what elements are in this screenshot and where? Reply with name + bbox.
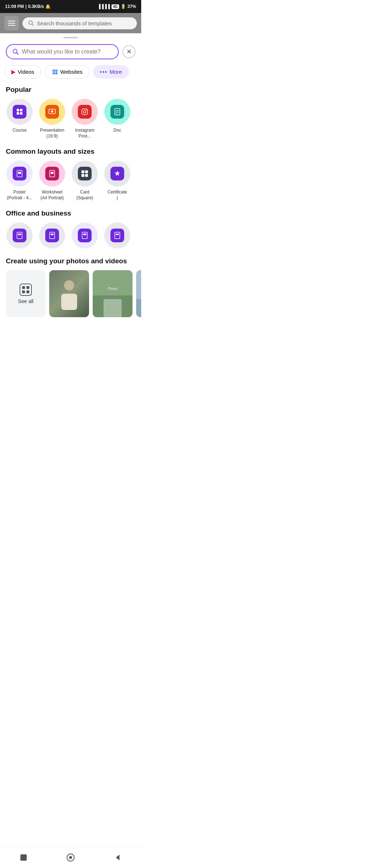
office-title: Office and business <box>0 209 141 222</box>
photo-placeholder-1 <box>58 277 80 310</box>
common-layouts-title: Common layouts and sizes <box>0 148 141 161</box>
layout-card[interactable]: Card (Square) <box>71 161 98 201</box>
svg-rect-14 <box>17 112 19 115</box>
status-time: 11:09 PM | 0.3KB/s 🔔 <box>5 4 51 9</box>
menu-button[interactable] <box>4 16 19 30</box>
create-search-input[interactable] <box>22 48 112 55</box>
svg-point-5 <box>13 49 17 53</box>
photo-placeholder-2: Photo <box>93 270 133 317</box>
office-item-1[interactable] <box>6 222 33 248</box>
search-input-wrap[interactable] <box>6 44 119 59</box>
office-item-2[interactable] <box>38 222 66 248</box>
svg-rect-10 <box>53 72 55 74</box>
close-button[interactable]: ✕ <box>122 45 135 58</box>
svg-point-20 <box>86 110 87 110</box>
header-search-bar[interactable]: Search thousands of templates <box>22 17 137 29</box>
svg-rect-21 <box>115 109 120 115</box>
video-icon: ▶ <box>11 68 16 75</box>
popular-title: Popular <box>0 86 141 99</box>
svg-rect-11 <box>55 72 57 74</box>
svg-point-47 <box>64 280 74 290</box>
photo-1[interactable] <box>49 270 89 317</box>
photo-2[interactable]: Photo <box>93 270 133 317</box>
svg-rect-42 <box>20 284 31 295</box>
popular-instagram[interactable]: Instagram Post... <box>71 99 98 139</box>
filter-row: ▶ Videos Websites ••• More <box>0 65 141 86</box>
svg-rect-40 <box>115 232 120 239</box>
svg-rect-37 <box>51 234 54 235</box>
svg-rect-31 <box>81 174 84 177</box>
svg-rect-9 <box>55 70 57 72</box>
svg-point-19 <box>84 111 86 113</box>
svg-rect-45 <box>22 290 25 293</box>
svg-rect-30 <box>85 170 88 173</box>
svg-rect-35 <box>18 234 21 235</box>
filter-videos[interactable]: ▶ Videos <box>4 65 41 78</box>
svg-rect-1 <box>8 23 15 24</box>
more-icon: ••• <box>100 69 108 75</box>
svg-rect-12 <box>17 109 19 111</box>
bottom-sheet: ✕ ▶ Videos Websites ••• More Popular <box>0 37 141 352</box>
svg-rect-2 <box>8 25 15 26</box>
svg-rect-15 <box>20 112 22 115</box>
svg-rect-13 <box>20 109 22 111</box>
sheet-handle <box>63 37 78 38</box>
svg-rect-38 <box>82 232 87 239</box>
filter-more[interactable]: ••• More <box>93 65 129 78</box>
svg-rect-26 <box>18 172 21 174</box>
layout-poster[interactable]: Poster (Portrait - 4... <box>6 161 33 201</box>
popular-course[interactable]: Course <box>6 99 33 139</box>
svg-rect-48 <box>61 294 77 310</box>
status-icons: ▐▐▐▐ 4G 🔋 37% <box>98 4 136 9</box>
app-header: Search thousands of templates <box>0 13 141 33</box>
svg-rect-39 <box>83 234 86 235</box>
svg-rect-29 <box>81 170 84 173</box>
svg-rect-43 <box>22 286 25 289</box>
svg-rect-44 <box>26 286 29 289</box>
svg-rect-28 <box>51 172 54 174</box>
photos-row: See all Photo <box>0 270 141 323</box>
layout-worksheet[interactable]: Worksheet (A4 Portrait) <box>38 161 66 201</box>
search-row: ✕ <box>0 44 141 65</box>
svg-rect-8 <box>53 70 55 72</box>
svg-rect-36 <box>50 232 55 239</box>
svg-point-17 <box>51 110 53 112</box>
popular-grid: Course Presentation (16:9) <box>0 99 141 148</box>
svg-point-3 <box>29 21 33 25</box>
svg-text:Photo: Photo <box>108 287 118 291</box>
filter-websites[interactable]: Websites <box>45 65 89 78</box>
office-grid <box>0 222 141 257</box>
photos-title: Create using your photos and videos <box>0 257 141 270</box>
see-all-button[interactable]: See all <box>6 270 46 317</box>
photo-gallery-icon <box>19 283 32 296</box>
layout-certificate[interactable]: Certificate ( <box>104 161 131 201</box>
svg-line-4 <box>32 24 34 26</box>
popular-presentation[interactable]: Presentation (16:9) <box>38 99 66 139</box>
websites-icon <box>52 69 58 75</box>
svg-rect-32 <box>85 174 88 177</box>
status-bar: 11:09 PM | 0.3KB/s 🔔 ▐▐▐▐ 4G 🔋 37% <box>0 0 141 13</box>
svg-rect-0 <box>8 21 15 21</box>
svg-rect-46 <box>26 290 29 293</box>
svg-rect-34 <box>17 232 22 239</box>
photo-3[interactable] <box>136 270 141 317</box>
svg-rect-51 <box>104 299 122 317</box>
svg-rect-54 <box>136 299 141 317</box>
popular-doc[interactable]: Doc <box>104 99 131 139</box>
svg-rect-41 <box>116 234 119 235</box>
search-icon <box>12 48 19 55</box>
office-item-4[interactable] <box>104 222 131 248</box>
svg-marker-33 <box>115 171 120 176</box>
svg-line-6 <box>17 53 19 55</box>
photo-placeholder-3 <box>136 270 141 317</box>
office-item-3[interactable] <box>71 222 98 248</box>
common-layouts-grid: Poster (Portrait - 4... Worksheet (A4 Po… <box>0 161 141 209</box>
